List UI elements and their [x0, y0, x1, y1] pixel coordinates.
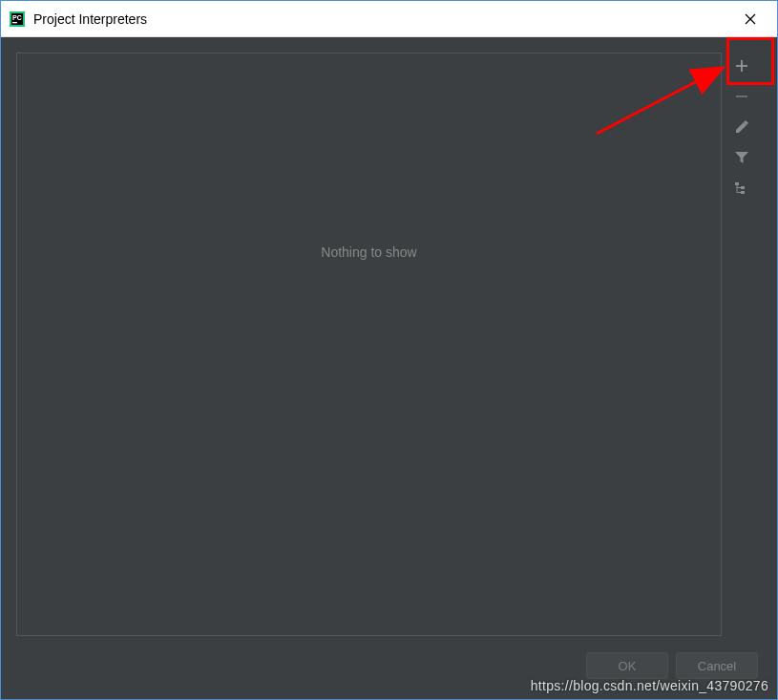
- pencil-icon: [734, 119, 749, 138]
- close-button[interactable]: [731, 5, 769, 33]
- window-title: Project Interpreters: [33, 11, 731, 27]
- ok-button[interactable]: OK: [586, 652, 668, 679]
- tree-button[interactable]: [728, 177, 755, 203]
- plus-icon: [734, 58, 749, 77]
- titlebar: PC Project Interpreters: [1, 1, 777, 37]
- filter-button[interactable]: [728, 146, 755, 173]
- dialog-footer: OK Cancel: [16, 636, 762, 684]
- remove-button[interactable]: [728, 85, 755, 112]
- cancel-button-label: Cancel: [698, 659, 736, 673]
- funnel-icon: [734, 150, 749, 169]
- edit-button[interactable]: [728, 116, 755, 142]
- main-panel: Nothing to show: [16, 53, 762, 636]
- svg-text:PC: PC: [12, 14, 22, 21]
- cancel-button[interactable]: Cancel: [676, 652, 758, 679]
- add-button[interactable]: [728, 54, 755, 81]
- tree-icon: [734, 180, 749, 200]
- empty-state-text: Nothing to show: [321, 244, 416, 260]
- minus-icon: [734, 89, 749, 108]
- svg-rect-10: [735, 182, 739, 185]
- svg-rect-4: [12, 22, 17, 23]
- dialog-window: PC Project Interpreters Nothing to show: [0, 0, 778, 700]
- svg-rect-12: [741, 191, 745, 194]
- interpreters-list[interactable]: Nothing to show: [16, 53, 722, 636]
- svg-rect-11: [741, 186, 745, 189]
- pycharm-icon: PC: [9, 11, 26, 28]
- ok-button-label: OK: [619, 659, 637, 673]
- content-area: Nothing to show: [1, 37, 777, 699]
- watermark-text: https://blog.csdn.net/weixin_43790276: [531, 678, 768, 693]
- side-toolbar: [722, 53, 762, 636]
